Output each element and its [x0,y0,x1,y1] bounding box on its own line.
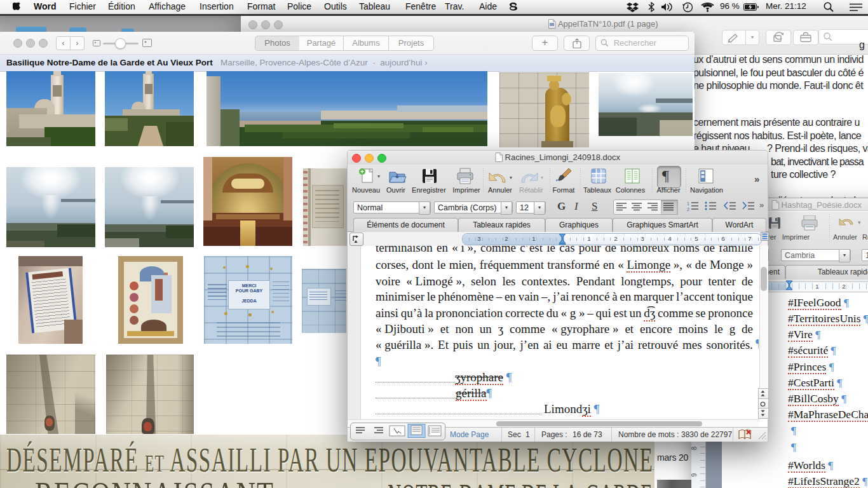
svg-text:1: 1 [687,201,689,206]
svg-text:2: 2 [687,207,689,212]
